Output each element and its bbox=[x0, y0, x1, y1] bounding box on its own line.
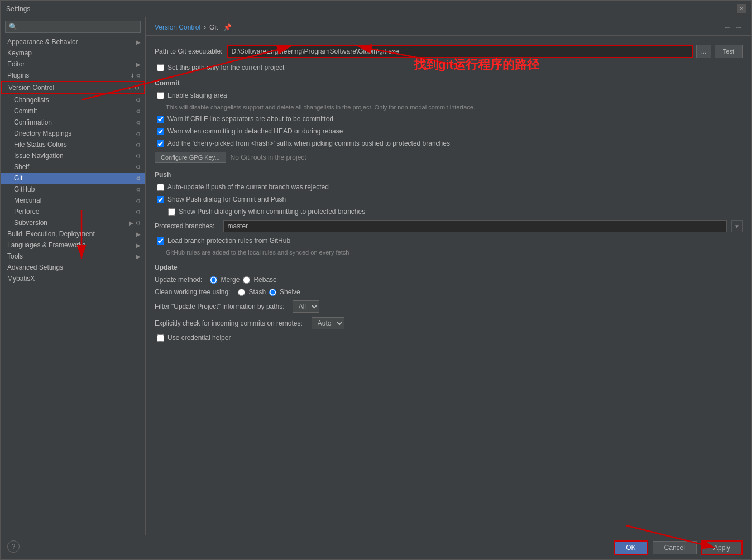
ok-button[interactable]: OK bbox=[614, 540, 648, 555]
gear-icon: ⚙ bbox=[136, 73, 141, 79]
sidebar-item-label: Tools bbox=[7, 252, 23, 260]
sidebar-item-languages[interactable]: Languages & Frameworks ▶ bbox=[1, 240, 145, 251]
credential-label[interactable]: Use credential helper bbox=[167, 334, 231, 342]
sidebar-item-label: Issue Navigation bbox=[14, 152, 64, 160]
clean-tree-label: Clean working tree using: bbox=[155, 288, 230, 296]
show-push-label[interactable]: Show Push dialog for Commit and Push bbox=[167, 195, 286, 203]
sidebar-item-mybatisx[interactable]: MybatisX bbox=[1, 273, 145, 284]
sidebar-item-confirmation[interactable]: Confirmation ⚙ bbox=[1, 117, 145, 128]
breadcrumb-separator: › bbox=[204, 23, 206, 31]
sidebar-item-advanced-settings[interactable]: Advanced Settings bbox=[1, 262, 145, 273]
nav-back-icon[interactable]: ← bbox=[724, 23, 731, 32]
sidebar-item-github[interactable]: GitHub ⚙ bbox=[1, 184, 145, 195]
enable-staging-checkbox[interactable] bbox=[157, 92, 164, 99]
sidebar-item-issue-navigation[interactable]: Issue Navigation ⚙ bbox=[1, 150, 145, 161]
sidebar-item-appearance[interactable]: Appearance & Behavior ▶ bbox=[1, 36, 145, 47]
sidebar-item-git[interactable]: Git ⚙ bbox=[1, 173, 145, 184]
sidebar-item-perforce[interactable]: Perforce ⚙ bbox=[1, 206, 145, 217]
test-button[interactable]: Test bbox=[715, 45, 743, 58]
gpg-row: Configure GPG Key... No Git roots in the… bbox=[155, 152, 743, 163]
load-branch-row: Load branch protection rules from GitHub bbox=[157, 237, 743, 245]
warn-detached-label[interactable]: Warn when committing in detached HEAD or… bbox=[167, 127, 343, 135]
download-icon: ⬇ bbox=[130, 73, 135, 79]
push-section-title: Push bbox=[155, 171, 743, 179]
sidebar-item-keymap[interactable]: Keymap bbox=[1, 47, 145, 59]
add-cherry-label[interactable]: Add the 'cherry-picked from <hash>' suff… bbox=[167, 140, 450, 147]
filter-row: Filter "Update Project" information by p… bbox=[155, 300, 743, 313]
browse-button[interactable]: ... bbox=[696, 45, 711, 58]
sidebar: Appearance & Behavior ▶ Keymap Editor ▶ … bbox=[1, 17, 146, 535]
shelve-radio[interactable] bbox=[269, 289, 276, 296]
sidebar-item-label: Plugins bbox=[7, 71, 29, 79]
apply-button[interactable]: Apply bbox=[701, 540, 743, 555]
help-button[interactable]: ? bbox=[7, 540, 20, 553]
sidebar-item-plugins[interactable]: Plugins ⬇ ⚙ bbox=[1, 70, 145, 81]
settings-icon: ⚙ bbox=[135, 85, 140, 91]
enable-staging-row: Enable staging area bbox=[157, 92, 743, 99]
no-git-roots-text: No Git roots in the project bbox=[231, 154, 306, 161]
search-input[interactable] bbox=[5, 21, 141, 33]
sidebar-item-editor[interactable]: Editor ▶ bbox=[1, 59, 145, 70]
settings-icon: ⚙ bbox=[136, 131, 141, 137]
protected-label: Protected branches: bbox=[155, 222, 214, 230]
credential-checkbox[interactable] bbox=[157, 334, 164, 342]
sidebar-item-label: Subversion bbox=[14, 219, 47, 227]
sidebar-item-tools[interactable]: Tools ▶ bbox=[1, 251, 145, 262]
sidebar-item-file-status-colors[interactable]: File Status Colors ⚙ bbox=[1, 139, 145, 150]
warn-detached-checkbox[interactable] bbox=[157, 128, 164, 135]
path-input[interactable] bbox=[227, 45, 692, 58]
breadcrumb-part1[interactable]: Version Control bbox=[155, 23, 200, 31]
rebase-radio[interactable] bbox=[243, 276, 250, 284]
auto-update-checkbox[interactable] bbox=[157, 184, 164, 191]
sidebar-item-label: Appearance & Behavior bbox=[7, 38, 78, 46]
settings-icon: ⚙ bbox=[136, 153, 141, 159]
auto-update-label[interactable]: Auto-update if push of the current branc… bbox=[167, 183, 329, 191]
set-path-label[interactable]: Set this path only for the current proje… bbox=[167, 64, 284, 71]
show-push-row: Show Push dialog for Commit and Push bbox=[157, 195, 743, 203]
settings-icon: ⚙ bbox=[136, 198, 141, 204]
title-bar-text: Settings bbox=[6, 5, 737, 13]
stash-radio[interactable] bbox=[238, 289, 245, 296]
sidebar-item-directory-mappings[interactable]: Directory Mappings ⚙ bbox=[1, 128, 145, 139]
warn-crlf-checkbox[interactable] bbox=[157, 116, 164, 123]
sidebar-item-mercurial[interactable]: Mercurial ⚙ bbox=[1, 195, 145, 206]
protected-branches-row: Protected branches: ▼ bbox=[155, 220, 743, 232]
protected-input[interactable] bbox=[223, 220, 727, 232]
incoming-select[interactable]: Auto bbox=[312, 317, 344, 329]
show-push-checkbox[interactable] bbox=[157, 196, 164, 203]
sidebar-item-label: Editor bbox=[7, 60, 25, 68]
nav-forward-icon[interactable]: → bbox=[735, 23, 743, 32]
breadcrumb: Version Control › Git 📌 ← → bbox=[146, 17, 751, 36]
show-push-protected-checkbox[interactable] bbox=[168, 208, 175, 216]
shelve-label[interactable]: Shelve bbox=[280, 288, 300, 296]
sidebar-item-commit[interactable]: Commit ⚙ bbox=[1, 106, 145, 117]
load-branch-label[interactable]: Load branch protection rules from GitHub bbox=[167, 237, 290, 245]
sidebar-item-label: File Status Colors bbox=[14, 141, 67, 149]
cancel-button[interactable]: Cancel bbox=[653, 541, 697, 554]
load-branch-checkbox[interactable] bbox=[157, 237, 164, 245]
sidebar-item-changelists[interactable]: Changelists ⚙ bbox=[1, 94, 145, 106]
sidebar-item-build[interactable]: Build, Execution, Deployment ▶ bbox=[1, 228, 145, 240]
stash-label[interactable]: Stash bbox=[248, 288, 266, 296]
configure-gpg-button[interactable]: Configure GPG Key... bbox=[155, 152, 226, 163]
sidebar-item-label: Version Control bbox=[8, 84, 54, 92]
settings-icon: ⚙ bbox=[136, 142, 141, 148]
add-cherry-checkbox[interactable] bbox=[157, 140, 164, 147]
enable-staging-label[interactable]: Enable staging area bbox=[167, 92, 227, 99]
filter-select[interactable]: All bbox=[293, 300, 319, 313]
pin-icon[interactable]: 📌 bbox=[223, 23, 232, 31]
chevron-right-icon: ▶ bbox=[136, 231, 141, 237]
set-path-checkbox[interactable] bbox=[157, 64, 164, 71]
dropdown-button[interactable]: ▼ bbox=[731, 220, 743, 232]
show-push-protected-label[interactable]: Show Push dialog only when committing to… bbox=[179, 208, 365, 216]
merge-label[interactable]: Merge bbox=[221, 276, 240, 284]
sidebar-item-subversion[interactable]: Subversion ▶ ⚙ bbox=[1, 217, 145, 228]
merge-radio[interactable] bbox=[210, 276, 217, 284]
update-method-label: Update method: bbox=[155, 276, 202, 284]
sidebar-item-version-control[interactable]: Version Control ▼ ⚙ bbox=[1, 81, 145, 94]
rebase-label[interactable]: Rebase bbox=[253, 276, 276, 284]
close-button[interactable]: ✕ bbox=[737, 4, 746, 13]
path-label: Path to Git executable: bbox=[155, 47, 222, 55]
warn-crlf-label[interactable]: Warn if CRLF line separators are about t… bbox=[167, 115, 333, 123]
sidebar-item-shelf[interactable]: Shelf ⚙ bbox=[1, 161, 145, 173]
